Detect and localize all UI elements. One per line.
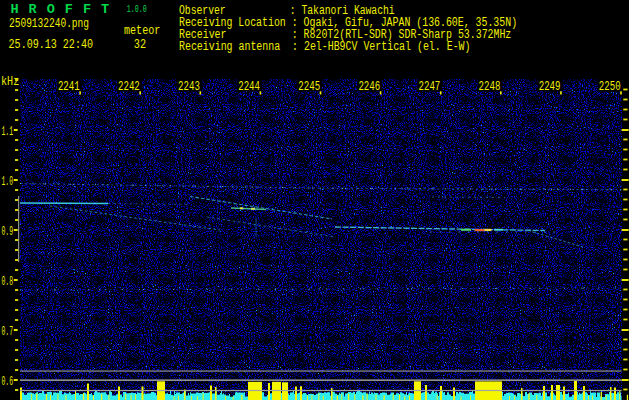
svg-text:0.6: 0.6	[1, 374, 13, 389]
svg-text:2241: 2241	[58, 79, 80, 94]
svg-text:meteor: meteor	[124, 24, 160, 38]
svg-text:2242: 2242	[118, 79, 140, 94]
svg-text:1.1: 1.1	[1, 124, 13, 139]
svg-text:2245: 2245	[298, 79, 320, 94]
svg-text:2246: 2246	[358, 79, 380, 94]
svg-text:0.9: 0.9	[1, 224, 13, 239]
svg-text:Receiving antenna : 2el-HB9CV: Receiving antenna : 2el-HB9CV Vertical (…	[179, 40, 471, 54]
svg-text:0.7: 0.7	[1, 324, 13, 339]
svg-text:HROFFT: HROFFT	[11, 2, 120, 17]
svg-text:32: 32	[134, 38, 146, 52]
svg-text:2244: 2244	[238, 79, 260, 94]
svg-text:2248: 2248	[479, 79, 501, 94]
svg-text:0.8: 0.8	[1, 274, 13, 289]
svg-text:kHz: kHz	[1, 75, 19, 89]
svg-text:2249: 2249	[539, 79, 561, 94]
svg-text:1.0: 1.0	[1, 174, 13, 189]
svg-text:2509132240.png: 2509132240.png	[9, 17, 89, 31]
svg-text:2243: 2243	[178, 79, 200, 94]
svg-text:2250: 2250	[599, 79, 621, 94]
svg-text:2247: 2247	[419, 79, 441, 94]
svg-text:1.0.0: 1.0.0	[127, 3, 147, 15]
svg-text:25.09.13 22:40: 25.09.13 22:40	[9, 38, 93, 52]
